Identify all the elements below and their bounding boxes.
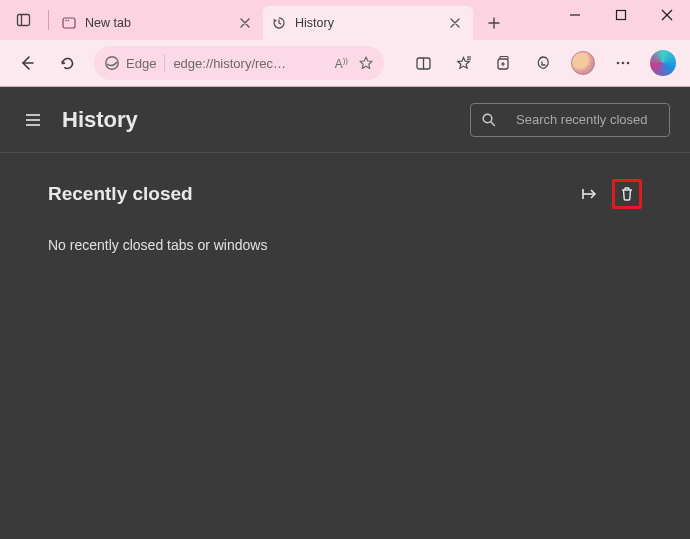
svg-rect-6: [617, 11, 626, 20]
window-controls: [552, 0, 690, 30]
address-bar[interactable]: Edge edge://history/rec… A)): [94, 46, 384, 80]
split-screen-button[interactable]: [406, 46, 440, 80]
edge-logo-icon: [104, 55, 120, 71]
svg-point-4: [68, 20, 70, 22]
history-icon: [271, 15, 287, 31]
svg-point-16: [627, 62, 630, 65]
page-title: History: [62, 107, 138, 133]
collections-button[interactable]: [486, 46, 520, 80]
empty-state-text: No recently closed tabs or windows: [48, 237, 642, 253]
copilot-button[interactable]: [646, 46, 680, 80]
tab-history[interactable]: History: [263, 6, 473, 40]
browser-essentials-button[interactable]: [526, 46, 560, 80]
svg-rect-0: [18, 15, 30, 26]
separator: [48, 10, 49, 30]
section-header: Recently closed: [48, 179, 642, 209]
svg-point-14: [617, 62, 620, 65]
new-tab-button[interactable]: [479, 8, 509, 38]
titlebar: New tab History: [0, 0, 690, 40]
clear-all-button[interactable]: [612, 179, 642, 209]
site-identity-label: Edge: [126, 56, 156, 71]
search-icon: [481, 112, 496, 127]
tab-label: New tab: [85, 16, 131, 30]
close-window-button[interactable]: [644, 0, 690, 30]
tab-label: History: [295, 16, 334, 30]
open-all-button[interactable]: [574, 179, 604, 209]
site-identity[interactable]: Edge: [104, 55, 156, 71]
search-box[interactable]: [470, 103, 670, 137]
profile-button[interactable]: [566, 46, 600, 80]
menu-button[interactable]: [20, 107, 46, 133]
recently-closed-section: Recently closed No recently closed tabs …: [0, 153, 690, 279]
history-page: History Recently closed No recently clos…: [0, 86, 690, 539]
svg-rect-2: [63, 18, 75, 28]
maximize-button[interactable]: [598, 0, 644, 30]
copilot-icon: [650, 50, 676, 76]
toolbar: Edge edge://history/rec… A)): [0, 40, 690, 86]
tab-strip: New tab History: [53, 0, 509, 40]
avatar-icon: [571, 51, 595, 75]
trash-icon: [619, 186, 635, 202]
refresh-button[interactable]: [50, 46, 84, 80]
separator: [164, 54, 165, 72]
minimize-button[interactable]: [552, 0, 598, 30]
section-title: Recently closed: [48, 183, 193, 205]
history-header: History: [0, 87, 690, 153]
tab-new-tab[interactable]: New tab: [53, 6, 263, 40]
tab-close-button[interactable]: [445, 13, 465, 33]
svg-line-21: [491, 122, 495, 126]
back-button[interactable]: [10, 46, 44, 80]
tab-actions-button[interactable]: [10, 6, 38, 34]
read-aloud-button[interactable]: A)): [335, 56, 348, 71]
favorite-button[interactable]: [358, 55, 374, 71]
search-input[interactable]: [516, 112, 684, 127]
svg-point-3: [65, 20, 67, 22]
tab-close-button[interactable]: [235, 13, 255, 33]
url-text: edge://history/rec…: [173, 56, 326, 71]
more-button[interactable]: [606, 46, 640, 80]
svg-point-15: [622, 62, 625, 65]
newtab-icon: [61, 15, 77, 31]
favorites-button[interactable]: [446, 46, 480, 80]
address-actions: A)): [335, 55, 374, 71]
titlebar-left: [6, 0, 53, 40]
